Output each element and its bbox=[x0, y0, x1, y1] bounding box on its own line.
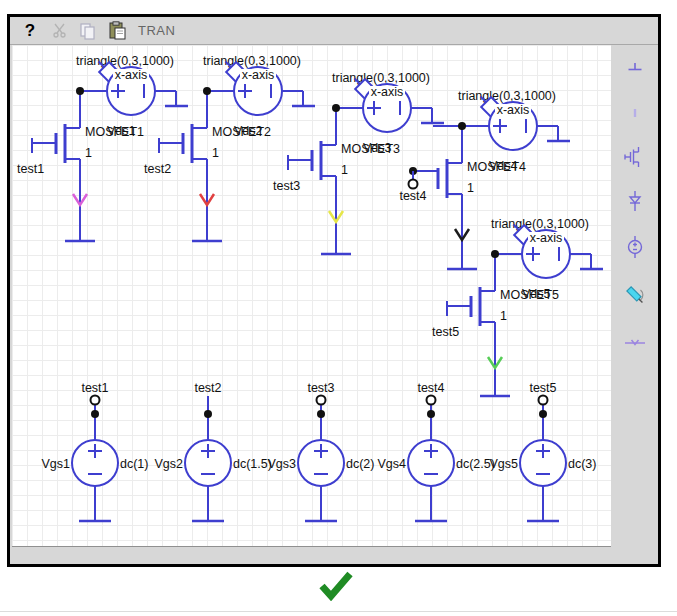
wire-icon bbox=[623, 101, 647, 125]
net-label: test2 bbox=[194, 381, 221, 395]
junction-dot bbox=[332, 104, 340, 112]
stimulus-label: triangle(0,3,1000) bbox=[458, 89, 556, 103]
axis-label: x-axis bbox=[371, 85, 404, 99]
stimulus-label: triangle(0,3,1000) bbox=[332, 71, 430, 85]
junction-dot bbox=[427, 410, 435, 418]
signal-generator-icon bbox=[623, 283, 647, 307]
vds-name-label: Vds1 bbox=[107, 124, 136, 138]
toolbar: ? bbox=[10, 17, 658, 45]
stimulus-label: triangle(0,3,1000) bbox=[491, 217, 589, 231]
mosfet-param-label: 1 bbox=[85, 146, 92, 160]
circuit-editor-window: ? bbox=[7, 14, 661, 567]
test-circuit-block[interactable]: triangle(0,3,1000)x-axistest2MOSFET2Vds2… bbox=[144, 54, 315, 241]
palette-item-diode[interactable] bbox=[621, 187, 649, 215]
vds-source-symbol[interactable]: x-axis bbox=[522, 230, 570, 278]
vgs-source[interactable]: test3Vgs3dc(2) bbox=[268, 381, 375, 521]
gate-net-label: test4 bbox=[399, 189, 426, 203]
axis-label: x-axis bbox=[530, 231, 563, 245]
ground-icon bbox=[623, 57, 647, 81]
palette-item-signal-generator[interactable] bbox=[621, 281, 649, 309]
paste-icon bbox=[108, 21, 127, 40]
vgs-source[interactable]: test5Vgs5dc(3) bbox=[490, 381, 597, 521]
palette-item-dc-source[interactable] bbox=[621, 233, 649, 261]
net-label: test4 bbox=[417, 381, 444, 395]
palette-item-wire[interactable] bbox=[621, 99, 649, 127]
junction-dot bbox=[91, 410, 99, 418]
nmos-symbol[interactable] bbox=[471, 254, 510, 396]
gate-net-label: test3 bbox=[273, 179, 300, 193]
mosfet-param-label: 1 bbox=[500, 309, 507, 323]
mosfet-param-label: 1 bbox=[467, 181, 474, 195]
paste-button[interactable] bbox=[107, 21, 127, 41]
net-label: test5 bbox=[529, 381, 556, 395]
diode-icon bbox=[623, 189, 647, 213]
copy-icon bbox=[79, 22, 97, 40]
test-circuit-block[interactable]: triangle(0,3,1000)x-axistest1MOSFET1Vds1… bbox=[17, 54, 188, 241]
palette-item-ground[interactable] bbox=[621, 55, 649, 83]
source-name-label: Vgs5 bbox=[490, 457, 519, 471]
vds-name-label: Vds2 bbox=[234, 124, 263, 138]
source-value-label: dc(3) bbox=[568, 457, 596, 471]
vds-source-symbol[interactable]: x-axis bbox=[363, 84, 411, 132]
terminal-circle bbox=[427, 396, 436, 405]
net-label: test1 bbox=[81, 381, 108, 395]
nmos-symbol[interactable] bbox=[312, 108, 351, 254]
source-name-label: Vgs2 bbox=[155, 457, 184, 471]
junction-dot bbox=[317, 410, 325, 418]
scissors-icon bbox=[51, 22, 68, 39]
junction-dot bbox=[458, 122, 466, 130]
mosfet-param-label: 1 bbox=[341, 163, 348, 177]
current-probe-icon bbox=[623, 331, 647, 355]
gate-net-label: test1 bbox=[17, 162, 44, 176]
cut-button[interactable] bbox=[49, 21, 69, 41]
junction-dot bbox=[491, 250, 499, 258]
axis-label: x-axis bbox=[242, 68, 275, 82]
analysis-mode-label: TRAN bbox=[138, 23, 175, 38]
palette-item-current-probe[interactable] bbox=[621, 329, 649, 357]
component-palette bbox=[611, 45, 658, 564]
nmos-symbol[interactable] bbox=[183, 91, 222, 241]
check-icon bbox=[318, 571, 354, 601]
source-name-label: Vgs4 bbox=[378, 457, 407, 471]
schematic-canvas[interactable]: triangle(0,3,1000)x-axistest1MOSFET1Vds1… bbox=[12, 45, 614, 547]
vgs-source[interactable]: test4Vgs4dc(2.5) bbox=[378, 381, 495, 521]
mosfet-param-label: 1 bbox=[212, 146, 219, 160]
source-value-label: dc(1) bbox=[120, 457, 148, 471]
nmos-icon bbox=[623, 145, 647, 169]
junction-dot bbox=[203, 87, 211, 95]
stimulus-label: triangle(0,3,1000) bbox=[203, 54, 301, 68]
vds-source-symbol[interactable]: x-axis bbox=[489, 102, 537, 150]
vds-name-label: Vds4 bbox=[489, 159, 518, 173]
gate-net-label: test2 bbox=[144, 162, 171, 176]
test-circuit-block[interactable]: triangle(0,3,1000)x-axistest3MOSFET3Vds3… bbox=[273, 71, 444, 254]
junction-dot bbox=[539, 410, 547, 418]
terminal-circle bbox=[317, 396, 326, 405]
palette-item-nmos[interactable] bbox=[621, 143, 649, 171]
vds-source-symbol[interactable]: x-axis bbox=[107, 67, 155, 115]
junction-dot bbox=[204, 410, 212, 418]
source-value-label: dc(2) bbox=[346, 457, 374, 471]
terminal-circle bbox=[91, 396, 100, 405]
vds-source-symbol[interactable]: x-axis bbox=[234, 67, 282, 115]
schematic-drawing: triangle(0,3,1000)x-axistest1MOSFET1Vds1… bbox=[12, 45, 613, 546]
vds-name-label: Vds3 bbox=[363, 141, 392, 155]
terminal-circle bbox=[539, 396, 548, 405]
nmos-symbol[interactable] bbox=[438, 126, 477, 269]
help-button[interactable]: ? bbox=[20, 21, 40, 41]
vgs-source[interactable]: test1Vgs1dc(1) bbox=[42, 381, 149, 521]
help-icon: ? bbox=[25, 21, 35, 41]
stimulus-label: triangle(0,3,1000) bbox=[76, 54, 174, 68]
junction-dot bbox=[76, 87, 84, 95]
terminal-circle bbox=[409, 180, 418, 189]
axis-label: x-axis bbox=[115, 68, 148, 82]
gate-net-label: test5 bbox=[432, 325, 459, 339]
nmos-symbol[interactable] bbox=[56, 91, 95, 241]
vds-name-label: Vds5 bbox=[522, 287, 551, 301]
axis-label: x-axis bbox=[497, 103, 530, 117]
vgs-source[interactable]: test2Vgs2dc(1.5) bbox=[155, 381, 272, 521]
source-name-label: Vgs3 bbox=[268, 457, 297, 471]
source-name-label: Vgs1 bbox=[42, 457, 71, 471]
copy-button[interactable] bbox=[78, 21, 98, 41]
test-circuit-block[interactable]: triangle(0,3,1000)x-axistest5MOSFET5Vds5… bbox=[432, 217, 603, 396]
net-label: test3 bbox=[307, 381, 334, 395]
